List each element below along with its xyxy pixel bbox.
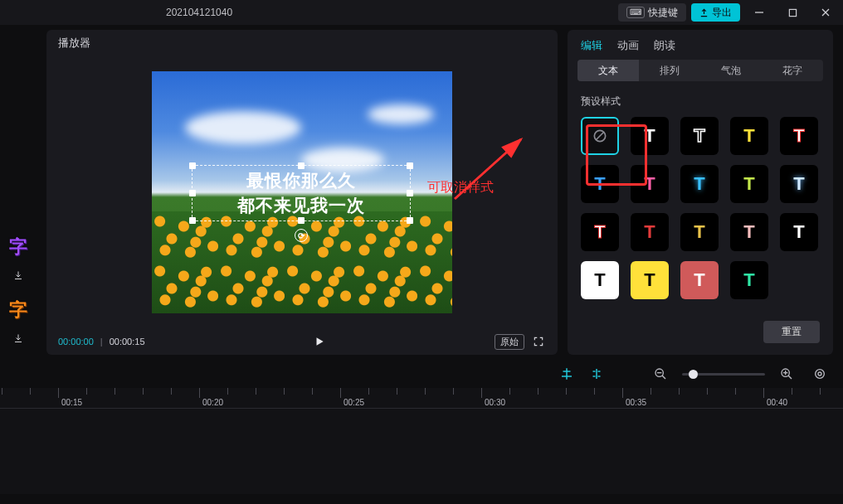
- inspector-panel: 编辑动画朗读 文本排列气泡花字 预设样式 TTTTTTTTTTTTTTTTTT …: [568, 30, 833, 355]
- export-button[interactable]: 导出: [691, 3, 740, 22]
- zoom-fit-button[interactable]: [813, 367, 826, 380]
- preset-style-1[interactable]: T: [631, 117, 669, 155]
- preset-style-4[interactable]: T: [780, 117, 818, 155]
- ruler-tick-label: 00:40: [767, 398, 787, 407]
- inspector-subtab-3[interactable]: 花字: [762, 60, 823, 81]
- preset-style-17[interactable]: T: [680, 261, 719, 299]
- rotate-handle[interactable]: ⟳: [295, 229, 308, 242]
- zoom-thumb[interactable]: [689, 370, 698, 379]
- zoom-out-button[interactable]: [654, 367, 667, 380]
- keyboard-icon: ⌨: [626, 7, 645, 18]
- preset-section-label: 预设样式: [581, 94, 820, 109]
- maximize-button[interactable]: [778, 0, 806, 25]
- preset-style-18[interactable]: T: [730, 261, 768, 299]
- preset-style-5[interactable]: T: [581, 165, 619, 203]
- resize-handle[interactable]: [189, 162, 196, 169]
- resize-handle[interactable]: [189, 217, 196, 224]
- reset-button[interactable]: 重置: [763, 321, 820, 343]
- svg-point-13: [818, 372, 821, 376]
- zoom-in-button[interactable]: [780, 367, 793, 380]
- ruler-tick-label: 00:25: [344, 398, 364, 407]
- overlay-line-2: 都不来见我一次: [237, 194, 365, 217]
- inspector-subtab-0[interactable]: 文本: [577, 60, 639, 81]
- preset-style-13[interactable]: T: [730, 213, 768, 251]
- overlay-line-1: 最恨你那么久: [246, 169, 356, 192]
- preset-style-3[interactable]: T: [730, 117, 768, 155]
- shortcut-label: 快捷键: [648, 6, 678, 20]
- svg-line-7: [662, 376, 665, 379]
- ruler-tick-label: 00:15: [61, 398, 82, 407]
- time-sep: |: [100, 337, 103, 346]
- aspect-ratio-button[interactable]: 原始: [495, 334, 524, 350]
- preset-style-10[interactable]: T: [581, 213, 619, 251]
- svg-point-12: [816, 370, 825, 379]
- inspector-subtab-1[interactable]: 排列: [639, 60, 700, 81]
- preset-style-2[interactable]: T: [680, 117, 719, 155]
- player-panel: 播放器 最恨你那么久 都不来见我一次 ⟳: [46, 30, 558, 355]
- export-icon: [699, 8, 709, 17]
- preview-canvas[interactable]: 最恨你那么久 都不来见我一次 ⟳: [152, 71, 452, 313]
- minimize-button[interactable]: [745, 0, 773, 25]
- resize-handle[interactable]: [407, 162, 413, 169]
- preset-style-12[interactable]: T: [680, 213, 719, 251]
- preset-style-11[interactable]: T: [631, 213, 669, 251]
- inspector-tab-2[interactable]: 朗读: [654, 38, 675, 53]
- preset-style-15[interactable]: T: [581, 261, 619, 299]
- project-name: 202104121040: [166, 7, 232, 18]
- resize-handle[interactable]: [298, 162, 305, 169]
- ruler-tick-label: 00:35: [626, 398, 646, 407]
- preset-style-16[interactable]: T: [631, 261, 669, 299]
- export-label: 导出: [712, 6, 732, 20]
- preset-style-6[interactable]: T: [631, 165, 669, 203]
- sticker-orange[interactable]: 字: [5, 293, 32, 327]
- player-title: 播放器: [46, 30, 558, 56]
- sticker-purple[interactable]: 字: [5, 230, 32, 264]
- resize-handle[interactable]: [189, 190, 196, 196]
- resize-handle[interactable]: [407, 190, 413, 196]
- timeline[interactable]: 00:1500:2000:2500:3000:3500:40: [0, 388, 843, 494]
- split-tool[interactable]: [589, 366, 604, 381]
- download-icon[interactable]: [5, 269, 32, 282]
- svg-line-11: [788, 376, 792, 379]
- download-icon[interactable]: [5, 332, 32, 345]
- inspector-tab-1[interactable]: 动画: [617, 38, 639, 53]
- preset-style-9[interactable]: T: [780, 165, 818, 203]
- shortcut-button[interactable]: ⌨ 快捷键: [618, 3, 686, 22]
- svg-line-3: [596, 132, 604, 140]
- play-button[interactable]: [152, 336, 488, 347]
- fullscreen-button[interactable]: [531, 334, 546, 349]
- inspector-subtab-2[interactable]: 气泡: [700, 60, 762, 81]
- svg-rect-1: [789, 9, 796, 16]
- preset-style-7[interactable]: T: [680, 165, 719, 203]
- time-current: 00:00:00: [58, 337, 94, 346]
- ruler-tick-label: 00:20: [202, 398, 223, 407]
- preset-style-14[interactable]: T: [780, 213, 818, 251]
- align-center-tool[interactable]: [559, 366, 574, 381]
- preset-none[interactable]: [581, 117, 619, 155]
- time-total: 00:00:15: [110, 337, 145, 346]
- preset-style-8[interactable]: T: [730, 165, 768, 203]
- inspector-tab-0[interactable]: 编辑: [581, 38, 602, 53]
- text-overlay[interactable]: 最恨你那么久 都不来见我一次 ⟳: [192, 165, 411, 221]
- ruler-tick-label: 00:30: [485, 398, 505, 407]
- resize-handle[interactable]: [407, 217, 413, 224]
- close-button[interactable]: [811, 0, 840, 25]
- resize-handle[interactable]: [298, 217, 305, 224]
- zoom-slider[interactable]: [682, 373, 765, 376]
